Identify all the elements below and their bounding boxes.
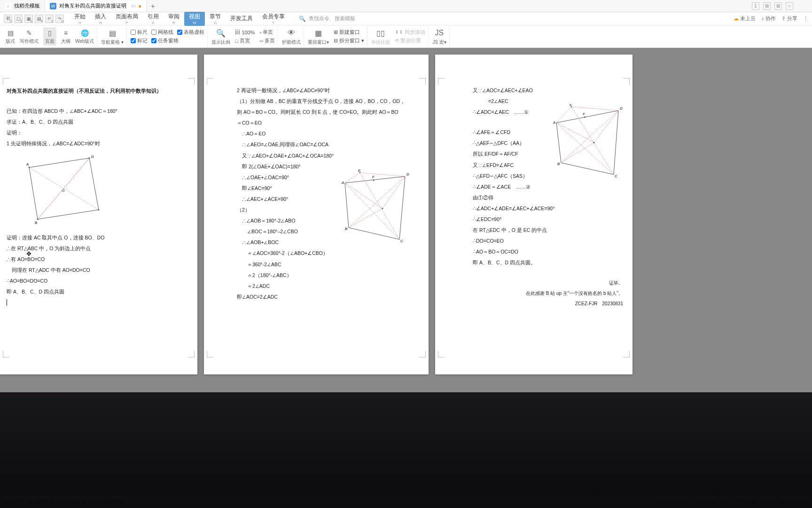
tab-min-icon[interactable]: ▭: [131, 3, 135, 8]
zoom-fit-icon[interactable]: ⛶: [735, 498, 744, 507]
menu-layout[interactable]: 页面布局P: [111, 12, 143, 26]
svg-line-39: [571, 107, 618, 111]
cloud-icon[interactable]: ☁ 未上云: [734, 15, 756, 22]
view-outline-icon[interactable]: ≡: [683, 498, 691, 507]
chk-ruler[interactable]: 标尺: [131, 29, 148, 36]
svg-point-11: [37, 218, 39, 220]
tab-home[interactable]: ⌂ 找稻壳模板: [0, 0, 45, 12]
rb-eyecare[interactable]: 👁护眼模式: [282, 27, 301, 46]
ribbon-compare: ▯▯并排比较 ⬇⬇ 同步滚动 ⟲ 重设位置: [368, 26, 429, 47]
home-icon: ⌂: [5, 3, 11, 9]
rb-100[interactable]: 回 100%: [235, 29, 255, 36]
menu-start[interactable]: 开始H: [70, 12, 90, 26]
p1-l2: 求证：A、B、C、D 四点共圆: [7, 117, 191, 127]
move-cursor-icon: ✥: [26, 247, 31, 261]
svg-line-41: [561, 111, 618, 163]
rb-navpane[interactable]: ▤导航窗格 ▾: [101, 27, 124, 46]
content-check[interactable]: ▢ 内容检查 ▾: [60, 499, 91, 506]
rb-newwin[interactable]: ⊞ 新建窗口: [334, 29, 364, 36]
view-page-icon[interactable]: ▯: [670, 498, 678, 507]
search-area[interactable]: 🔍 查找命令、搜索模板: [299, 15, 355, 22]
rb-multi[interactable]: ▫▫ 多页: [259, 37, 275, 44]
menu-ref[interactable]: 引用S: [143, 12, 164, 26]
view-edit-icon[interactable]: ✎: [722, 498, 731, 507]
qat-btn-2[interactable]: ▢3: [14, 15, 23, 23]
zoom-level[interactable]: 75%: [749, 500, 759, 505]
p1-l8: 同理在 RT△ADC 中有 AO=DO=CO: [7, 265, 191, 276]
svg-point-45: [593, 142, 595, 143]
zoom-out[interactable]: −: [764, 500, 766, 505]
svg-text:B: B: [345, 227, 348, 231]
svg-text:A: A: [26, 162, 29, 167]
rb-web[interactable]: 🌐Web版式: [75, 28, 94, 45]
spell-check[interactable]: 拼写检查 ▾: [28, 499, 53, 506]
svg-text:B: B: [557, 162, 560, 166]
zoom-in[interactable]: +: [804, 500, 807, 505]
chk-mark[interactable]: 标记: [131, 37, 148, 44]
menu-view[interactable]: 视图W: [184, 12, 205, 26]
rb-layout[interactable]: ▤版式: [6, 28, 15, 45]
menu-vip[interactable]: 会员专享Y: [258, 12, 289, 26]
rb-jsmacro[interactable]: JSJS 宏▾: [432, 27, 446, 46]
menu-more[interactable]: ⋮: [803, 16, 808, 22]
menu-chapter[interactable]: 章节G: [205, 12, 226, 26]
win-btn-1[interactable]: 1: [752, 2, 759, 10]
tab-document[interactable]: W 对角互补四点共圆的直接证明 ▭ ●: [45, 0, 147, 12]
rb-pagew[interactable]: □ 页宽: [235, 37, 255, 44]
rb-split[interactable]: ⊟ 拆分窗口▾: [334, 37, 364, 44]
play-progress-track[interactable]: [0, 394, 812, 395]
zoom-slider[interactable]: [772, 501, 800, 503]
rb-page[interactable]: ▯页面: [43, 27, 56, 46]
rb-outline[interactable]: ≡大纲: [61, 28, 70, 45]
chk-task[interactable]: 任务窗格: [151, 37, 179, 44]
p1-l6: ∴在 RT△ABC 中，O 为斜边上的中点: [7, 243, 191, 254]
chk-virt[interactable]: 表格虚框: [177, 29, 204, 36]
p3-l11: ∴∠ADC+∠ADE=∠AEC+∠ACE=90°: [473, 203, 623, 214]
p2-l20: 即∠AOC=2∠ADC: [237, 292, 410, 302]
rb-write[interactable]: ✎写作模式: [20, 28, 39, 45]
p2-l6: ∴∠AEO=∠OAE,同理得∠OAC=∠OCA: [237, 139, 410, 150]
p1-l5: 证明：连接 AC 取其中点 O，连接 BO、DO: [7, 232, 191, 243]
play-progress-fill: [0, 394, 77, 395]
title-bar: ⌂ 找稻壳模板 W 对角互补四点共圆的直接证明 ▭ ● + 1 ⊞ ⊞ ○: [0, 0, 812, 12]
qat-btn-1[interactable]: 初2: [4, 15, 12, 23]
rb-single[interactable]: ▫ 单页: [259, 29, 275, 36]
page-3[interactable]: E F beta A D C B 又∵∠AOC=∠AEC+∠: [435, 55, 632, 374]
rb-zoom[interactable]: 🔍显示比例: [211, 27, 230, 46]
page-2[interactable]: 2 再证明一般情况，∠ABC≠∠ADC≠90°时 （1）分别做 AB，BC 的垂…: [204, 55, 429, 374]
page-1[interactable]: 对角互补四点共圆的直接证明（不用反证法，只利用初中数学知识） 已知：在四边形 A…: [0, 55, 197, 374]
missing-font[interactable]: ᵀₓ 缺失字体: [97, 499, 124, 506]
collab-button[interactable]: ♪ 协作: [761, 15, 776, 22]
rb-arrange[interactable]: ▦重排窗口▾: [308, 27, 329, 46]
view-web-icon[interactable]: 🌐: [709, 498, 718, 507]
p1-l1: 已知：在四边形 ABCD 中，∠ABC+∠ADC＝180°: [7, 106, 191, 117]
p2-l7: 又∵∠AEO+∠OAE+∠OAC+∠OCA=180°: [237, 151, 410, 161]
win-btn-2[interactable]: ⊞: [763, 2, 771, 10]
qat-undo[interactable]: ↶5: [45, 15, 54, 23]
ribbon-show: 标尺 网格线 表格虚框 标记 任务窗格: [128, 26, 208, 47]
page-3-content: E F beta A D C B 又∵∠AOC=∠AEC+∠: [435, 55, 632, 309]
p2-l5: ∴AO＝EO: [237, 128, 410, 139]
ribbon-eye: 👁护眼模式: [279, 26, 304, 47]
tab-add[interactable]: +: [147, 2, 159, 10]
qat-btn-3[interactable]: ▦4: [24, 15, 33, 23]
ribbon-macro: JSJS 宏▾: [429, 26, 449, 47]
chk-grid[interactable]: 网格线: [151, 29, 173, 36]
win-btn-4[interactable]: ○: [786, 2, 793, 10]
menu-review[interactable]: 审阅R: [164, 12, 184, 26]
document-area[interactable]: 对角互补四点共圆的直接证明（不用反证法，只利用初中数学知识） 已知：在四边形 A…: [0, 48, 812, 496]
view-read-icon[interactable]: ▭: [696, 498, 704, 507]
share-button[interactable]: ⇪ 分享: [781, 15, 797, 22]
status-bar: 数: 457 拼写检查 ▾ ▢ 内容检查 ▾ ᵀₓ 缺失字体 👁 ▯ ≡ ▭ 🌐…: [0, 496, 812, 508]
svg-text:F: F: [372, 175, 375, 179]
word-count[interactable]: 数: 457: [5, 499, 21, 506]
qat-btn-4[interactable]: ▤▾: [35, 15, 43, 23]
svg-line-3: [38, 189, 64, 219]
svg-line-37: [571, 107, 614, 175]
window-controls: 1 ⊞ ⊞ ○: [752, 2, 812, 10]
view-eye-icon[interactable]: 👁: [656, 498, 665, 507]
menu-insert[interactable]: 插入N: [90, 12, 111, 26]
qat-redo[interactable]: ↷6: [55, 15, 64, 23]
win-btn-3[interactable]: ⊞: [774, 2, 782, 10]
menu-dev[interactable]: 开发工具: [226, 14, 258, 24]
